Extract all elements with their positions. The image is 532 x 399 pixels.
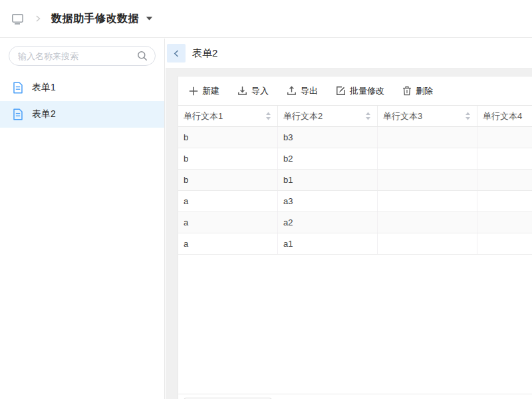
cell-r6c3 (378, 233, 477, 254)
column-header-3[interactable]: 单行文本3 (378, 106, 477, 127)
table-row-6[interactable]: aa1 (178, 233, 532, 255)
column-header-label: 单行文本3 (383, 110, 422, 122)
chevron-left-icon (172, 49, 181, 58)
edit-square-icon (336, 86, 346, 96)
panel-header: 表单2 (166, 39, 532, 68)
cell-r2c3 (378, 148, 477, 169)
cell-r6c1: a (178, 233, 278, 254)
table-row-4[interactable]: aa3 (178, 191, 532, 212)
cell-r1c4 (477, 127, 532, 148)
toolbar: 新建 导入 (178, 76, 532, 106)
export-button-label: 导出 (301, 85, 318, 97)
cell-r2c2: b2 (278, 148, 378, 169)
trash-icon (402, 86, 412, 96)
column-header-4[interactable]: 单行文本4 (477, 106, 532, 127)
top-header: 数据助手修改数据 (0, 0, 532, 38)
main-panel: 表单2 新建 (166, 39, 532, 399)
table-header: 单行文本1单行文本2单行文本3单行文本4 (178, 106, 532, 127)
cell-r4c2: a3 (278, 191, 378, 211)
sort-icon (465, 112, 471, 120)
cell-r2c1: b (178, 148, 278, 169)
cell-r2c4 (477, 148, 532, 169)
cell-r4c1: a (178, 191, 278, 211)
cell-r1c3 (378, 127, 477, 148)
export-icon (287, 86, 297, 96)
sidebar-item-2[interactable]: 表单2 (0, 101, 164, 128)
sidebar-item-1[interactable]: 表单1 (0, 74, 164, 101)
cell-r5c3 (378, 212, 477, 233)
delete-button[interactable]: 删除 (402, 85, 433, 97)
cell-r5c1: a (178, 212, 278, 233)
cell-r6c2: a1 (278, 233, 378, 254)
new-button[interactable]: 新建 (189, 85, 219, 97)
cell-r3c1: b (178, 170, 278, 190)
data-card: 新建 导入 (178, 76, 532, 399)
plus-icon (189, 86, 198, 96)
app-title-dropdown[interactable]: 数据助手修改数据 (51, 12, 153, 26)
form-list: 表单1表单2 (0, 74, 164, 128)
search-icon (137, 51, 148, 64)
cell-r3c3 (378, 170, 477, 190)
sidebar-item-label: 表单1 (32, 82, 56, 94)
panel-title: 表单2 (192, 47, 217, 60)
pagination-bar (178, 394, 532, 399)
batch-edit-button-label: 批量修改 (350, 85, 384, 97)
cell-r3c2: b1 (278, 170, 378, 190)
search-input[interactable] (9, 46, 156, 66)
table-row-5[interactable]: aa2 (178, 212, 532, 233)
document-icon (13, 82, 23, 94)
back-button[interactable] (167, 44, 186, 63)
cell-r6c4 (477, 233, 532, 254)
sort-icon (265, 112, 271, 120)
chevron-right-icon (34, 15, 42, 23)
sidebar: 表单1表单2 (0, 39, 165, 399)
batch-edit-button[interactable]: 批量修改 (336, 85, 384, 97)
table-empty-area (178, 255, 532, 394)
cell-r3c4 (477, 170, 532, 190)
new-button-label: 新建 (202, 85, 219, 97)
search-box (9, 46, 156, 66)
column-header-1[interactable]: 单行文本1 (178, 106, 278, 127)
column-header-label: 单行文本2 (283, 110, 323, 122)
column-header-2[interactable]: 单行文本2 (278, 106, 378, 127)
table-row-1[interactable]: bb3 (178, 127, 532, 148)
column-header-label: 单行文本4 (483, 110, 522, 122)
cell-r4c3 (378, 191, 477, 211)
import-button-label: 导入 (251, 85, 269, 97)
cell-r5c4 (477, 212, 532, 233)
table-row-2[interactable]: bb2 (178, 148, 532, 170)
delete-button-label: 删除 (416, 85, 433, 97)
export-button[interactable]: 导出 (287, 85, 318, 97)
caret-down-icon (146, 16, 153, 21)
table-row-3[interactable]: bb1 (178, 170, 532, 191)
column-header-label: 单行文本1 (184, 110, 223, 122)
cell-r5c2: a2 (278, 212, 378, 233)
table-body: bb3bb2bb1aa3aa2aa1 (178, 127, 532, 255)
monitor-icon[interactable] (11, 12, 25, 26)
sort-icon (365, 112, 371, 120)
app-title: 数据助手修改数据 (51, 12, 139, 26)
cell-r1c1: b (178, 127, 278, 148)
cell-r1c2: b3 (278, 127, 378, 148)
import-icon (237, 86, 247, 96)
import-button[interactable]: 导入 (237, 85, 269, 97)
document-icon (13, 108, 23, 120)
cell-r4c4 (477, 191, 532, 211)
sidebar-item-label: 表单2 (32, 108, 56, 120)
